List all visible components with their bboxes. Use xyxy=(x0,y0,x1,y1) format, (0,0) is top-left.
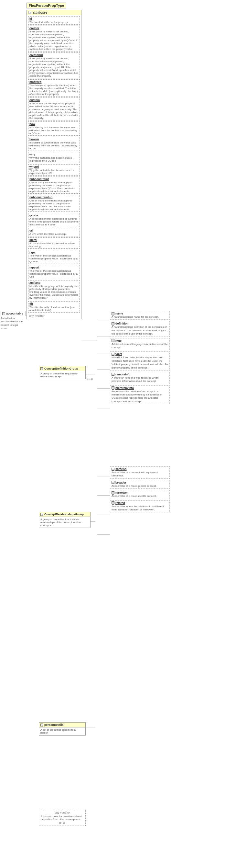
attr-item-desc: If set to true the corresponding propert… xyxy=(29,102,79,120)
accountable-icon: □ xyxy=(2,312,5,315)
attr-item-name: id xyxy=(29,17,79,21)
sameAs-box-icon: □ xyxy=(112,468,114,471)
ext-box: any ##other Extension point for provider… xyxy=(39,810,86,826)
attr-item-desc: A concept identifier expressed as a free… xyxy=(29,242,79,248)
attr-item-dir: dirThe directionality of textual content… xyxy=(28,301,80,313)
attr-item-name: how xyxy=(29,122,79,126)
attr-item-qcode: qcodeA concept identifier expressed as a… xyxy=(28,213,80,227)
attr-item-desc: If the property value is not defined, sp… xyxy=(29,57,79,78)
hierarchyInfo-item: □ hierarchyInfo Represents the position … xyxy=(110,385,170,405)
remoteInfo-item-desc: A link to an item or a web resource whic… xyxy=(112,376,168,383)
def-box-icon: □ xyxy=(112,322,114,325)
attr-item-desc: The directionality of textual content (a… xyxy=(29,306,79,312)
related-box-icon: □ xyxy=(112,501,114,504)
name-item: □ name A natural language name for the c… xyxy=(110,311,170,320)
attr-item-name: creator xyxy=(29,27,79,30)
broader-item-desc: An identifier of a more generic concept. xyxy=(112,485,168,488)
attr-item-custom: customIf set to true the corresponding p… xyxy=(28,97,80,121)
attributes-label: attributes xyxy=(33,11,47,14)
facet-box-icon: □ xyxy=(112,353,114,355)
attr-item-name: howuri xyxy=(29,138,79,141)
ext-label: any ##other xyxy=(41,811,84,814)
remoteInfo-item: □ remoteInfo A link to an item or a web … xyxy=(110,372,170,384)
attr-item-name: qcode xyxy=(29,214,79,217)
diagram-container: FlexPersonPropType □ attributes idThe lo… xyxy=(0,0,225,868)
concept-rel-group-header: □ ConceptRelationshipsGroup xyxy=(39,512,90,517)
attr-item-name: modified xyxy=(29,80,79,84)
right-items-bottom: □ sameAs An identifier of a concept with… xyxy=(110,466,171,514)
attr-item-name: literal xyxy=(29,238,79,242)
name-box-icon: □ xyxy=(112,312,114,315)
attr-item-type: typeThe type of the concept assigned as … xyxy=(28,250,80,264)
attr-item-id: idThe local identifier of the property. xyxy=(28,16,80,25)
name-item-label: □ name xyxy=(112,312,168,315)
attr-item-desc: The type of the concept assigned as cont… xyxy=(29,270,79,278)
attr-item-uri: uriA URI which identifies a concept. xyxy=(28,228,80,237)
attr-item-desc: Indicates by which means the value was e… xyxy=(29,126,79,135)
attr-item-name: xmllang xyxy=(29,281,79,284)
attr-item-desc: Indicated by which means the value was e… xyxy=(29,141,79,150)
definition-item-desc: A natural language definition of the sem… xyxy=(112,326,168,336)
attr-item-desc: A URI which identifies a concept. xyxy=(29,232,79,236)
related-item-label: □ related xyxy=(112,501,168,505)
attributes-icon: □ xyxy=(28,11,31,14)
attr-item-desc: One or many constraints that apply to pu… xyxy=(29,199,79,211)
remoteInfo-item-label: □ remoteInfo xyxy=(112,373,168,376)
right-items-top: □ name A natural language name for the c… xyxy=(110,311,171,405)
attr-item-name: why xyxy=(29,153,79,156)
person-details-box: □ personDetails A set of properties spec… xyxy=(39,722,86,736)
hierarchyInfo-item-desc: Represents the position of a concept in … xyxy=(112,390,168,404)
remoteInfo-box-icon: □ xyxy=(112,373,114,376)
note-item-desc: Additional natural language information … xyxy=(112,343,168,349)
sameAs-item-label: □ sameAs xyxy=(112,467,168,471)
attr-item-name: custom xyxy=(29,98,79,102)
def-group-desc: A group of properties required to define… xyxy=(39,371,85,379)
person-details-label: personDetails xyxy=(44,723,64,726)
attr-item-desc: The date (and, optionally, the time) whe… xyxy=(29,84,79,96)
attr-item-creatoruri: creatoruriIf the property value is not d… xyxy=(28,53,80,79)
attr-item-desc: The local identifier of the property. xyxy=(29,21,79,24)
sameAs-item-desc: An identifier of a concept with equivale… xyxy=(112,471,168,478)
attributes-header: □ attributes xyxy=(27,10,81,15)
attr-item-desc: If the property value is not defined, sp… xyxy=(29,30,79,51)
related-item-desc: An identifier where the relationship is … xyxy=(112,505,168,512)
person-details-header: □ personDetails xyxy=(39,722,85,727)
facet-item-label: □ facet xyxy=(112,352,168,355)
rel-group-label: ConceptRelationshipsGroup xyxy=(44,513,84,516)
hierarchyInfo-item-label: □ hierarchyInfo xyxy=(112,386,168,390)
narrower-item: □ narrower An identifier of a more speci… xyxy=(110,490,170,499)
attr-item-typeuri: typeuriThe type of the concept assigned … xyxy=(28,265,80,279)
attr-item-creator: creatorIf the property value is not defi… xyxy=(28,26,80,52)
attr-item-name: whyuri xyxy=(29,165,79,168)
attr-item-desc: One or many constraints that apply to pu… xyxy=(29,181,79,193)
attr-item-pubconstraint: pubconstraintOne or many constraints tha… xyxy=(28,177,80,194)
attr-item-name: typeuri xyxy=(29,266,79,269)
hierarchyInfo-box-icon: □ xyxy=(112,386,114,389)
attr-item-howuri: howuriIndicated by which means the value… xyxy=(28,137,80,151)
def-group-label: ConceptDefinitionGroup xyxy=(44,367,78,370)
attr-item-why: whyWhy the metadata has been included - … xyxy=(28,152,80,163)
accountable-desc: An individual accountable for the conten… xyxy=(1,317,26,330)
name-item-desc: A natural language name for the concept. xyxy=(112,315,168,319)
rel-group-icon: □ xyxy=(40,513,43,516)
broader-box-icon: □ xyxy=(112,481,114,484)
attr-item-desc: Why the metadata has been included - exp… xyxy=(29,156,79,162)
attributes-box: □ attributes idThe local identifier of t… xyxy=(27,10,81,319)
attr-item-xmllang: xmllangIdentifies the language of this p… xyxy=(28,280,80,300)
ext-desc: Extension point for provider-defined pro… xyxy=(41,815,84,821)
broader-item-label: □ broader xyxy=(112,481,168,484)
definition-item: □ definition A natural language definiti… xyxy=(110,321,170,337)
concept-rel-group-box: □ ConceptRelationshipsGroup A group of p… xyxy=(39,512,90,528)
attr-item-modified: modifiedThe date (and, optionally, the t… xyxy=(28,79,80,96)
attr-item-name: creatoruri xyxy=(29,54,79,57)
accountable-label: □ accountable xyxy=(1,311,26,316)
note-item-label: □ note xyxy=(112,339,168,342)
attr-item-desc: Identifies the language of this property… xyxy=(29,285,79,299)
attr-item-desc: A concept identifier expressed as a stri… xyxy=(29,217,79,226)
narrower-item-desc: An identifier of a more specific concept… xyxy=(112,495,168,498)
diagram-title: FlexPersonPropType xyxy=(27,3,66,8)
def-group-mult: 0...∞ xyxy=(87,377,93,380)
accountable-name: accountable xyxy=(6,312,23,315)
attr-item-desc: Why the metadata has been included - exp… xyxy=(29,169,79,175)
note-item: □ note Additional natural language infor… xyxy=(110,338,170,350)
